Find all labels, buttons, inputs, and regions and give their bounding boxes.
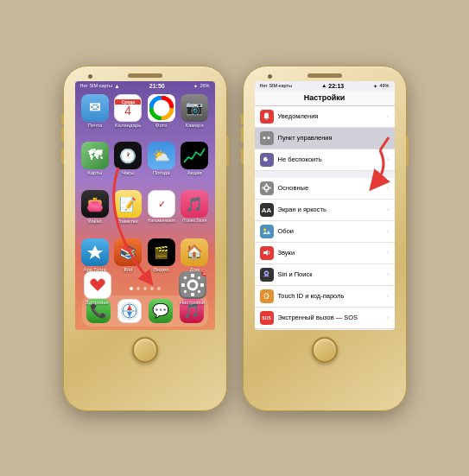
bluetooth-icon-right: ✦: [373, 83, 377, 89]
phone-right: Нет SIM-карты ▲ 22:13 ✦ 49% Настройки: [243, 66, 407, 411]
wallpaper-chevron: ›: [387, 227, 390, 235]
volume-down-button[interactable]: [61, 149, 64, 164]
carrier-text-right: Нет SIM-карты: [260, 83, 293, 89]
svg-rect-12: [191, 274, 194, 277]
app-icon-weather[interactable]: ⛅ Погода: [147, 142, 177, 187]
power-button-right[interactable]: [406, 136, 409, 166]
volume-up-button[interactable]: [61, 127, 64, 143]
svg-rect-34: [262, 226, 271, 236]
notifications-label: Уведомления: [278, 112, 387, 120]
svg-rect-40: [262, 291, 271, 301]
earpiece-speaker: [128, 73, 162, 78]
svg-rect-31: [269, 187, 271, 189]
svg-rect-15: [200, 283, 204, 287]
front-camera: [88, 74, 92, 79]
siri-icon: [260, 268, 274, 282]
scene: Нет SIM-карты ▲ 21:50 ✦ 26% ✉ Почта: [63, 66, 407, 411]
mute-button-right[interactable]: [241, 114, 244, 124]
svg-rect-30: [263, 187, 264, 189]
sos-icon: SOS: [260, 311, 274, 325]
settings-list: Уведомления › Пункт управления ›: [255, 106, 395, 330]
home-screen: Нет SIM-карты ▲ 21:50 ✦ 26% ✉ Почта: [75, 81, 215, 330]
bluetooth-icon: ✦: [193, 83, 198, 89]
app-icon-camera[interactable]: 📷 Камера: [180, 94, 210, 139]
settings-row-control-center[interactable]: Пункт управления ›: [255, 128, 395, 149]
front-camera-right: [268, 74, 272, 79]
status-bar-right: Нет SIM-карты ▲ 22:13 ✦ 49%: [255, 81, 395, 91]
siri-chevron: ›: [387, 270, 390, 278]
time-display-left: 21:50: [149, 83, 165, 89]
carrier-text: Нет SIM-карты: [80, 83, 113, 88]
power-button[interactable]: [226, 136, 229, 166]
settings-row-dnd[interactable]: Не беспокоить ›: [255, 149, 395, 171]
touchid-icon: [260, 289, 274, 303]
dnd-icon: [260, 153, 274, 167]
display-label: Экран и яркость: [278, 206, 387, 213]
app-icon-photos[interactable]: Фото: [147, 94, 177, 139]
settings-row-sounds[interactable]: Звуки ›: [255, 243, 395, 264]
settings-row-siri[interactable]: Siri и Поиск ›: [255, 264, 395, 286]
control-center-chevron: ›: [387, 134, 390, 142]
settings-nav-bar: Настройки: [255, 91, 395, 106]
sos-chevron: ›: [387, 314, 390, 321]
touchid-chevron: ›: [387, 292, 390, 300]
battery-text-right: 49%: [379, 83, 389, 88]
display-icon: AA: [260, 203, 274, 217]
wifi-icon: ▲: [114, 83, 120, 89]
settings-badge: 1: [201, 271, 206, 276]
general-icon: [260, 181, 274, 195]
battery-text-left: 26%: [200, 83, 209, 88]
touchid-label: Touch ID и код-пароль: [278, 292, 387, 300]
svg-rect-29: [266, 191, 268, 193]
svg-rect-24: [268, 136, 270, 139]
settings-row-wallpaper[interactable]: Обои ›: [255, 221, 395, 243]
wifi-icon-right: ▲: [321, 83, 326, 88]
app-grid: ✉ Почта Среда 4 Календарь: [75, 91, 215, 287]
app-icon-reminders[interactable]: ✓ Напоминания: [147, 190, 177, 235]
volume-up-button-right[interactable]: [241, 127, 244, 143]
settings-row-general[interactable]: Основные ›: [255, 178, 395, 200]
siri-label: Siri и Поиск: [278, 270, 387, 278]
control-center-label: Пункт управления: [278, 134, 387, 142]
home-button-left[interactable]: [132, 337, 158, 363]
svg-text:AA: AA: [262, 206, 271, 214]
time-display-right: 22:13: [328, 83, 344, 89]
svg-rect-28: [266, 184, 268, 186]
settings-row-notifications[interactable]: Уведомления ›: [255, 106, 395, 128]
app-icon-wallet[interactable]: 👛 Wallet: [80, 190, 111, 235]
app-icon-stocks[interactable]: Акции: [180, 142, 210, 187]
earpiece-speaker-right: [307, 73, 342, 78]
settings-title: Настройки: [304, 93, 345, 102]
status-bar-left: Нет SIM-карты ▲ 21:50 ✦ 26%: [75, 81, 215, 91]
wallpaper-icon: [260, 225, 274, 238]
settings-row-touchid[interactable]: Touch ID и код-пароль ›: [255, 286, 395, 308]
sounds-icon: [260, 246, 274, 260]
app-icon-mail[interactable]: ✉ Почта: [80, 94, 111, 139]
settings-section-2: Основные › AA Экран и яркость ›: [255, 178, 395, 329]
app-icon-settings-bottom[interactable]: 1 Настройки: [175, 271, 210, 306]
settings-row-sos[interactable]: SOS Экстренный вызов — SOS ›: [255, 308, 395, 329]
volume-down-button-right[interactable]: [241, 149, 244, 164]
settings-row-display[interactable]: AA Экран и яркость ›: [255, 200, 395, 221]
sounds-chevron: ›: [387, 249, 390, 257]
app-icon-notes[interactable]: 📝 Заметки: [113, 190, 143, 235]
sounds-label: Звуки: [278, 249, 387, 257]
app-icon-maps[interactable]: 🗺 Карты: [80, 142, 111, 187]
svg-point-1: [158, 105, 165, 111]
general-chevron: ›: [387, 184, 390, 192]
app-icon-itunes[interactable]: 🎵 iTunes Store: [180, 190, 210, 235]
wallpaper-label: Обои: [278, 227, 387, 235]
svg-point-35: [263, 229, 266, 232]
app-icon-calendar[interactable]: Среда 4 Календарь: [113, 94, 143, 139]
mute-button[interactable]: [61, 114, 64, 124]
display-chevron: ›: [387, 206, 390, 213]
home-button-right[interactable]: [312, 337, 338, 363]
svg-rect-23: [263, 136, 266, 139]
app-icon-health-bottom[interactable]: Здоровье: [80, 271, 115, 306]
svg-text:SOS: SOS: [262, 315, 271, 321]
dnd-chevron: ›: [387, 155, 390, 163]
settings-screen: Нет SIM-карты ▲ 22:13 ✦ 49% Настройки: [255, 81, 395, 330]
notifications-icon: [260, 110, 274, 124]
svg-rect-21: [266, 119, 268, 120]
app-icon-clock[interactable]: 🕐 Часы: [113, 142, 143, 187]
